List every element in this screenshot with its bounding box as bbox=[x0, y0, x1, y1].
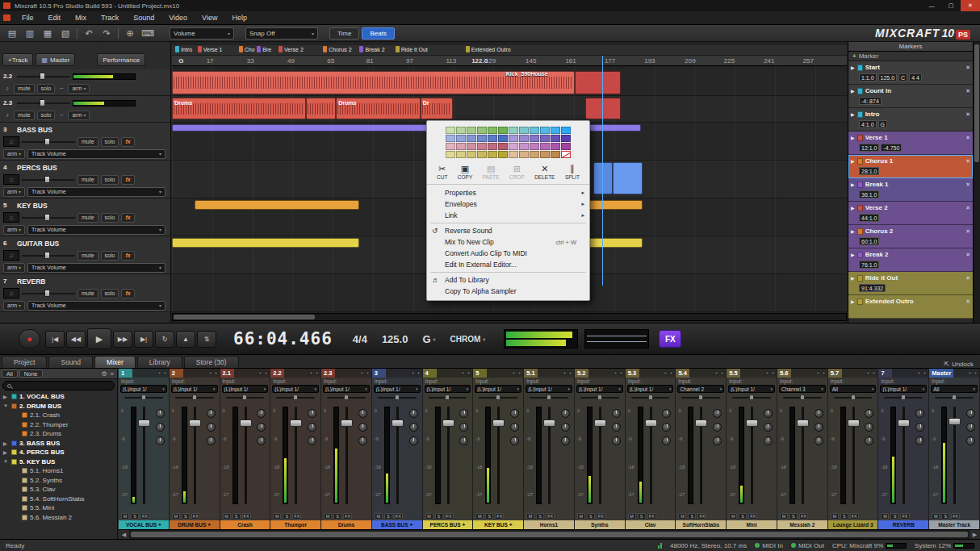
ruler-bar-numbers[interactable]: 1733496581971131291451611771932092252412… bbox=[172, 56, 847, 66]
tab-mixer[interactable]: Mixer bbox=[94, 356, 136, 368]
record-arm-icon[interactable] bbox=[614, 371, 618, 375]
play-marker-icon[interactable]: ▶ bbox=[851, 205, 855, 211]
color-swatch[interactable] bbox=[509, 135, 518, 142]
eq-low-knob[interactable] bbox=[561, 436, 570, 445]
record-arm-icon[interactable] bbox=[157, 371, 161, 375]
monitor-icon[interactable] bbox=[417, 371, 421, 375]
gear-icon[interactable]: ⚙ bbox=[101, 370, 107, 378]
input-select[interactable]: (L)Input 1/▾ bbox=[323, 385, 370, 393]
tree-item-2-1-crash[interactable]: 2.1. Crash bbox=[0, 411, 117, 420]
pan-slider[interactable] bbox=[935, 394, 974, 401]
fx-button[interactable]: FX bbox=[850, 513, 859, 520]
eq-mid-knob[interactable] bbox=[865, 423, 873, 432]
pan-handle[interactable] bbox=[648, 394, 653, 400]
monitor-icon[interactable] bbox=[467, 371, 471, 375]
solo-button[interactable]: S bbox=[789, 513, 798, 520]
tree-item-2-2-thumper[interactable]: 2.2. Thumper bbox=[0, 420, 117, 430]
track-automation-dropdown[interactable]: Track Volume▾ bbox=[27, 301, 165, 311]
track-volume-slider[interactable] bbox=[22, 176, 75, 183]
section-marker-verse-2[interactable]: Verse 2 bbox=[279, 46, 304, 52]
delete-marker-icon[interactable]: ✕ bbox=[965, 135, 970, 141]
marker-row-count-in[interactable]: ▶Count In✕-4:.874 bbox=[848, 85, 973, 108]
pan-handle[interactable] bbox=[242, 394, 247, 400]
audio-clip[interactable]: Drums bbox=[172, 98, 306, 119]
eq-low-knob[interactable] bbox=[612, 436, 621, 445]
record-arm-icon[interactable] bbox=[258, 371, 262, 375]
collapse-panel-icon[interactable]: « bbox=[111, 370, 114, 378]
color-swatch[interactable] bbox=[540, 135, 550, 142]
eq-mid-knob[interactable] bbox=[612, 423, 621, 432]
play-marker-icon[interactable]: ▶ bbox=[851, 111, 855, 117]
eq-mid-knob[interactable] bbox=[156, 423, 165, 432]
monitor-icon[interactable] bbox=[366, 371, 370, 375]
mute-button[interactable]: M bbox=[223, 513, 231, 520]
fx-button[interactable]: FX bbox=[394, 513, 403, 520]
record-arm-icon[interactable] bbox=[411, 371, 415, 375]
eq-high-knob[interactable] bbox=[257, 409, 266, 418]
color-swatch[interactable] bbox=[509, 143, 518, 150]
tab-library[interactable]: Library bbox=[137, 356, 182, 368]
color-swatch[interactable] bbox=[446, 151, 455, 158]
mixdown-icon[interactable]: ▧ bbox=[57, 27, 73, 40]
pan-slider[interactable] bbox=[530, 394, 568, 401]
record-arm-icon[interactable] bbox=[866, 371, 870, 375]
color-swatch[interactable] bbox=[561, 127, 571, 134]
fader-handle[interactable] bbox=[341, 420, 353, 427]
slider-handle[interactable] bbox=[44, 252, 50, 259]
solo-button[interactable]: S bbox=[890, 513, 898, 520]
context-menu-item-mix-to-new-clip[interactable]: Mix To New Clipctrl + W bbox=[427, 236, 589, 248]
color-swatch[interactable] bbox=[540, 151, 550, 158]
mute-button[interactable]: M bbox=[628, 513, 636, 520]
tree-item-4-percs-bus[interactable]: ▶4. PERCS BUS bbox=[0, 448, 117, 457]
open-project-icon[interactable]: ▥ bbox=[22, 27, 38, 40]
slider-handle[interactable] bbox=[44, 214, 50, 221]
input-select[interactable]: (L)Input 1/▾ bbox=[222, 385, 269, 393]
audio-clip[interactable] bbox=[585, 238, 643, 248]
solo-button[interactable]: S bbox=[232, 513, 241, 520]
slider-handle[interactable] bbox=[44, 176, 50, 183]
eq-mid-knob[interactable] bbox=[662, 423, 671, 432]
pan-handle[interactable] bbox=[141, 394, 146, 400]
eq-high-knob[interactable] bbox=[865, 409, 873, 418]
color-swatch[interactable] bbox=[467, 143, 476, 150]
fx-button[interactable]: FX bbox=[292, 513, 301, 520]
mute-button[interactable]: M bbox=[375, 513, 383, 520]
color-swatch[interactable] bbox=[530, 135, 539, 142]
select-all-button[interactable]: All bbox=[2, 369, 18, 378]
record-arm-icon[interactable] bbox=[765, 371, 769, 375]
arm-button[interactable]: arm▾ bbox=[3, 149, 25, 159]
monitor-icon[interactable] bbox=[163, 371, 167, 375]
play-marker-icon[interactable]: ▶ bbox=[851, 65, 855, 70]
input-select[interactable]: (L)Input 1/▾ bbox=[728, 385, 775, 393]
color-swatch[interactable] bbox=[456, 127, 466, 134]
eq-low-knob[interactable] bbox=[358, 436, 367, 445]
record-arm-icon[interactable] bbox=[816, 371, 820, 375]
solo-button[interactable]: S bbox=[941, 513, 949, 520]
solo-button[interactable]: solo bbox=[101, 251, 119, 261]
solo-button[interactable]: S bbox=[333, 513, 341, 520]
eq-mid-knob[interactable] bbox=[966, 423, 975, 432]
monitor-icon[interactable] bbox=[771, 371, 775, 375]
record-arm-icon[interactable] bbox=[208, 371, 212, 375]
mute-button[interactable]: M bbox=[729, 513, 737, 520]
color-swatch[interactable] bbox=[551, 135, 560, 142]
solo-button[interactable]: S bbox=[638, 513, 646, 520]
slider-handle[interactable] bbox=[44, 138, 50, 145]
color-swatch[interactable] bbox=[467, 135, 476, 142]
fader-handle[interactable] bbox=[746, 420, 758, 427]
input-select[interactable]: (L)Input 1/▾ bbox=[526, 385, 572, 393]
add-send-button[interactable]: + bbox=[463, 522, 466, 528]
pan-handle[interactable] bbox=[901, 394, 906, 400]
solo-button[interactable]: S bbox=[840, 513, 848, 520]
eq-high-knob[interactable] bbox=[510, 409, 519, 418]
eq-mid-knob[interactable] bbox=[915, 423, 924, 432]
color-swatch[interactable] bbox=[519, 151, 529, 158]
arm-button[interactable]: arm▾ bbox=[3, 225, 25, 235]
color-swatch[interactable] bbox=[488, 135, 497, 142]
delete-marker-icon[interactable]: ✕ bbox=[965, 275, 970, 282]
marker-row-break-1[interactable]: ▶Break 1✕36:1.0 bbox=[848, 178, 973, 202]
fx-button[interactable]: FX bbox=[445, 513, 454, 520]
go-to-start-button[interactable]: |◀ bbox=[45, 331, 65, 348]
solo-button[interactable]: S bbox=[485, 513, 493, 520]
eq-mid-knob[interactable] bbox=[358, 423, 367, 432]
